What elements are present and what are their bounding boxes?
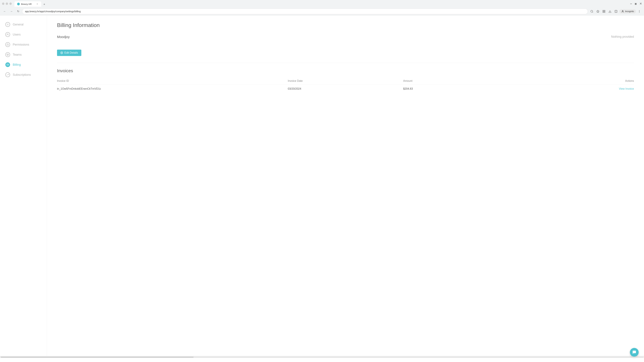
sidebar-item-teams[interactable]: Teams [0,50,47,60]
gear-icon [60,51,63,54]
table-row: in_1Ow5FmDnkobEEnenCkTmVD1c 03/20/2024 $… [57,85,634,93]
incognito-badge: Incognito [619,9,636,13]
tab-title: Breezy HR [21,3,32,5]
permissions-icon [5,42,10,47]
sidebar-item-permissions[interactable]: Permissions [0,39,47,50]
nothing-provided: Nothing provided [611,35,634,38]
sidebar-item-general[interactable]: General [0,19,47,29]
window-close[interactable] [10,2,12,5]
invoice-date-cell: 03/20/2024 [288,85,403,93]
table-header: Invoice ID Invoice Date Amount Actions [57,77,634,85]
bookmark-icon[interactable] [595,9,600,14]
billing-icon [5,62,10,67]
svg-marker-2 [597,10,599,12]
window-controls [2,2,12,5]
page-title: Billing Information [57,22,634,28]
window-close-icon[interactable]: ✕ [640,2,642,5]
svg-point-12 [639,11,640,11]
invoices-title: Invoices [57,68,634,73]
back-button[interactable]: ← [2,9,8,14]
svg-point-11 [639,10,640,11]
sidebar-label-teams: Teams [13,53,22,56]
col-header-actions: Actions [518,77,634,85]
view-invoice-link[interactable]: View Invoice [619,87,634,90]
company-section: Moodjoy Nothing provided [57,35,634,44]
col-header-invoice-id: Invoice ID [57,77,288,85]
browser-toolbar: ← → ↻ app.breezy.hr/app/c/moodjoy/compan… [0,7,644,15]
svg-rect-6 [603,11,604,12]
invoice-id-cell: in_1Ow5FmDnkobEEnenCkTmVD1c [57,85,288,93]
teams-icon [5,52,10,57]
svg-rect-3 [603,10,604,11]
tab-favicon [17,3,20,5]
svg-point-10 [622,10,623,11]
toolbar-icons: Incognito [589,9,642,14]
invoice-action-cell: View Invoice [518,85,634,93]
subscriptions-icon [5,72,10,77]
tab-close-button[interactable]: × [36,3,38,5]
chat-button[interactable] [630,348,639,357]
app-container: General Users Permissions [0,15,644,356]
section-divider [57,63,634,63]
window-restore-icon[interactable]: ▣ [634,2,637,5]
invoices-table: Invoice ID Invoice Date Amount Actions i… [57,77,634,93]
sidebar-label-subscriptions: Subscriptions [13,73,31,77]
address-text: app.breezy.hr/app/c/moodjoy/company/sett… [25,10,81,13]
sidebar: General Users Permissions [0,15,47,356]
main-content: Billing Information Moodjoy Nothing prov… [47,15,644,356]
svg-rect-17 [7,64,9,65]
svg-point-15 [7,34,8,34]
incognito-label: Incognito [625,10,634,12]
users-icon [5,32,10,37]
sidebar-item-subscriptions[interactable]: Subscriptions [0,70,47,80]
browser-tab-breezyhr[interactable]: Breezy HR × [14,1,41,7]
reload-button[interactable]: ↻ [16,9,21,14]
chat-icon [632,350,636,355]
new-tab-button[interactable]: + [42,2,46,7]
sidebar-label-billing: Billing [13,63,21,66]
sidebar-label-general: General [13,23,24,26]
scrollbar-thumb[interactable] [1,357,194,358]
svg-point-13 [639,12,640,12]
browser-scrollbar[interactable] [0,356,644,358]
svg-point-19 [62,52,62,53]
address-bar[interactable]: app.breezy.hr/app/c/moodjoy/company/sett… [22,8,588,14]
menu-icon[interactable] [636,9,642,14]
svg-line-1 [592,12,593,12]
sidebar-label-permissions: Permissions [13,43,29,46]
col-header-invoice-date: Invoice Date [288,77,403,85]
scrollbar-track [1,357,643,358]
sidebar-item-users[interactable]: Users [0,29,47,39]
window-maximize[interactable] [6,2,8,5]
forward-button[interactable]: → [9,9,14,14]
company-name: Moodjoy [57,35,70,39]
invoice-amount-cell: $204.83 [403,85,518,93]
download-icon[interactable] [607,9,613,14]
general-icon [5,22,10,27]
edit-details-label: Edit Details [64,51,78,54]
browser-title-bar: Breezy HR × + ‒ ▣ ✕ [0,0,644,7]
sidebar-label-users: Users [13,33,21,36]
window-minimize[interactable] [2,2,4,5]
svg-rect-16 [7,44,9,45]
invoices-list: in_1Ow5FmDnkobEEnenCkTmVD1c 03/20/2024 $… [57,85,634,93]
col-header-amount: Amount [403,77,518,85]
search-icon[interactable] [589,9,594,14]
window-minimize-icon[interactable]: ‒ [630,2,632,5]
extensions-icon[interactable] [601,9,606,14]
browser-chrome: Breezy HR × + ‒ ▣ ✕ ← → ↻ app.breezy.hr/… [0,0,644,15]
svg-rect-4 [604,10,605,11]
split-screen-icon[interactable] [613,9,619,14]
svg-point-14 [8,24,8,25]
sidebar-item-billing[interactable]: Billing [0,60,47,70]
svg-point-0 [591,10,593,12]
svg-rect-5 [604,11,605,12]
edit-details-button[interactable]: Edit Details [57,50,81,56]
